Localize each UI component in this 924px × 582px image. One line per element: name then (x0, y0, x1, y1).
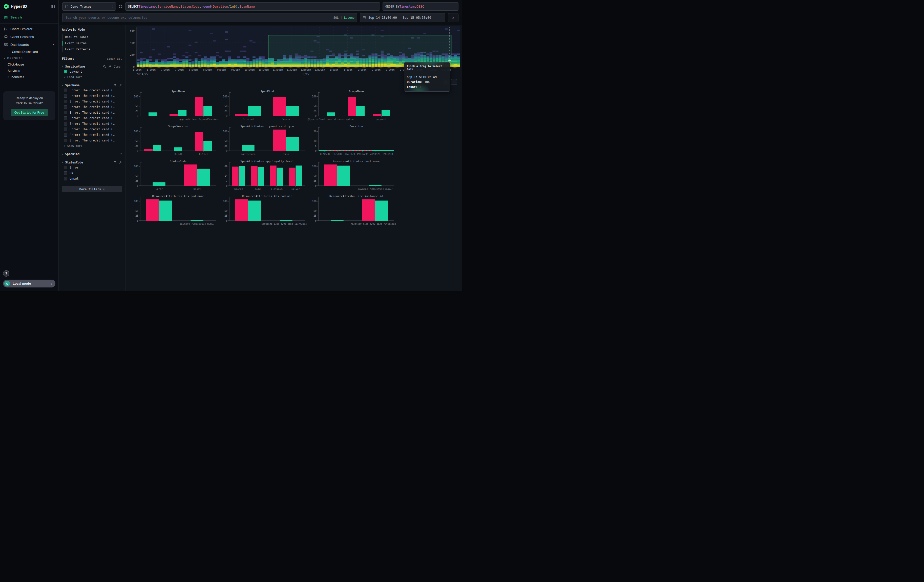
sidebar-item-kubernetes[interactable]: Kubernetes (0, 74, 58, 80)
time-range-picker[interactable]: Sep 14 18:00:00 - Sep 15 05:30:00 (360, 13, 445, 22)
hyperdx-logo-icon (3, 4, 9, 9)
local-mode-button[interactable]: U Local mode › (3, 280, 55, 287)
checkbox-icon[interactable] (64, 100, 67, 103)
checkbox-checked-icon[interactable]: ✓ (64, 70, 67, 73)
svg-text:Server: Server (282, 118, 291, 120)
filter-option[interactable]: Ok (62, 170, 122, 176)
search-input[interactable] (65, 15, 332, 20)
next-page-button[interactable]: › (451, 79, 457, 85)
sidebar: HyperDX Search Chart Explorer Client Ses… (0, 0, 59, 291)
filter-option[interactable]: Error: The credit card (… (62, 138, 122, 143)
create-dashboard-button[interactable]: + Create Dashboard (0, 49, 58, 55)
checkbox-icon[interactable] (64, 171, 67, 175)
heatmap-panel: 02004006006:00pm6:30pm7:00pm7:30pm8:00pm… (127, 26, 462, 89)
filter-group-name[interactable]: ServiceName (65, 65, 85, 68)
show-more-button[interactable]: › Show more (62, 143, 122, 148)
checkbox-icon[interactable] (64, 127, 67, 131)
pin-icon[interactable] (119, 153, 122, 156)
calendar-icon (363, 16, 366, 20)
svg-text:f5344ec9-a1ea-4290-a62a-78f5be: f5344ec9-a1ea-4290-a62a-78f5bee8d90b (350, 223, 396, 225)
mini-bar-chart[interactable]: StatusCode02550100ErrorUnset (129, 159, 218, 194)
source-select[interactable]: Demo Traces ⌃⌄ (62, 2, 116, 11)
pin-icon[interactable] (119, 84, 122, 87)
sidebar-item-services[interactable]: Services (0, 68, 58, 74)
filter-option[interactable]: Error: The credit card (… (62, 110, 122, 115)
mini-bar-chart[interactable]: ResourceAttribu..ice.instance.id02550100… (307, 194, 396, 229)
chevron-down-icon[interactable]: ∨ (62, 84, 63, 87)
more-filters-button[interactable]: More filters ∨ (62, 186, 122, 192)
filter-option[interactable]: Unset (62, 176, 122, 181)
chevron-down-icon[interactable]: ∨ (62, 65, 63, 68)
checkbox-icon[interactable] (64, 138, 67, 142)
mini-bar-chart[interactable]: SpanAttributes.app.loyalty.level071428br… (218, 159, 307, 194)
order-by-input[interactable]: ORDER BY Timestamp DESC (383, 2, 459, 11)
filter-option[interactable]: Error (62, 165, 122, 170)
mini-bar-chart[interactable]: ResourceAttributes.host.name02550100paym… (307, 159, 396, 194)
filter-option[interactable]: Error: The credit card (… (62, 104, 122, 110)
analysis-mode-option[interactable]: Event Deltas (63, 40, 122, 46)
checkbox-icon[interactable] (64, 177, 67, 180)
pin-icon[interactable] (108, 65, 111, 68)
mini-bar-chart[interactable]: ScopeName02550100@hyperdx/instrumentatio… (307, 89, 396, 124)
sidebar-item-chart-explorer[interactable]: Chart Explorer (0, 25, 58, 33)
clear-filter-button[interactable]: Clear (114, 65, 122, 68)
mini-bar-chart[interactable]: SpanAttributes...yment.card_type02550100… (218, 124, 307, 159)
checkbox-icon[interactable] (64, 166, 67, 169)
filter-option[interactable]: Error: The credit card (… (62, 99, 122, 104)
load-more-button[interactable]: › Load more (62, 74, 122, 79)
select-query-input[interactable]: SELECT Timestamp, ServiceName, StatusCod… (125, 2, 380, 11)
pin-icon[interactable] (119, 161, 122, 164)
svg-text:SpanName: SpanName (172, 90, 185, 93)
svg-text:payment-7985c8969c-mwmw7: payment-7985c8969c-mwmw7 (180, 223, 214, 225)
mini-bar-chart[interactable]: ResourceAttributes.k8s.pod.name02550100p… (129, 194, 218, 229)
collapse-sidebar-icon[interactable] (51, 5, 55, 8)
filter-option[interactable]: ✓payment (62, 69, 122, 74)
lucene-mode-toggle[interactable]: Lucene (344, 16, 355, 20)
sql-mode-toggle[interactable]: SQL (333, 16, 339, 20)
svg-text:3:00am: 3:00am (386, 68, 395, 71)
mini-bar-chart[interactable]: SpanName02550100grpc.oteldemo.PaymentSer… (129, 89, 218, 124)
help-button[interactable]: ? (3, 270, 9, 277)
chevron-right-icon[interactable]: › (62, 153, 63, 155)
gear-icon[interactable] (119, 4, 123, 8)
checkbox-icon[interactable] (64, 116, 67, 120)
checkbox-icon[interactable] (64, 122, 67, 125)
filter-option[interactable]: Error: The credit card (… (62, 93, 122, 99)
search-icon[interactable] (114, 84, 117, 87)
mini-bar-chart[interactable]: ScopeVersion025501000.1.00.51.1 (129, 124, 218, 159)
analysis-mode-option[interactable]: Results Table (63, 34, 122, 40)
filter-group-name[interactable]: SpanKind (65, 152, 79, 156)
search-icon[interactable] (114, 161, 117, 164)
search-bar: SQL | Lucene (62, 13, 357, 22)
svg-text:100: 100 (223, 130, 228, 133)
mini-bar-chart[interactable]: SpanKind02550100InternalServer (218, 89, 307, 124)
chevron-down-icon[interactable]: ∨ (62, 161, 63, 164)
checkbox-icon[interactable] (64, 94, 67, 98)
checkbox-icon[interactable] (64, 111, 67, 114)
sidebar-item-clickhouse[interactable]: ClickHouse (0, 61, 58, 68)
filter-option[interactable]: Error: The credit card (… (62, 132, 122, 138)
checkbox-icon[interactable] (64, 133, 67, 137)
analysis-mode-option[interactable]: Event Patterns (63, 46, 122, 53)
checkbox-icon[interactable] (64, 105, 67, 109)
filter-group-name[interactable]: SpanName (65, 84, 79, 87)
filter-option-label: Error: The credit card (… (69, 138, 115, 142)
heatmap-tooltip: Click & Drag to Select Data Sep 15 5:10:… (404, 62, 450, 92)
filter-group-name[interactable]: StatusCode (65, 161, 83, 164)
filter-option[interactable]: Error: The credit card (… (62, 115, 122, 121)
mini-bar-chart[interactable]: Duration05102011245381376801162107019935… (307, 124, 396, 159)
mini-bar-chart[interactable]: ResourceAttributes.k8s.pod.uid025501005e… (218, 194, 307, 229)
presets-toggle[interactable]: ∨ PRESETS (0, 55, 58, 61)
sidebar-item-dashboards[interactable]: Dashboards ∧ (0, 41, 58, 49)
sidebar-item-search[interactable]: Search (0, 13, 58, 21)
search-icon[interactable] (103, 65, 106, 68)
run-query-button[interactable]: ▷ (448, 13, 459, 22)
checkbox-icon[interactable] (64, 89, 67, 92)
svg-text:100: 100 (312, 165, 317, 168)
clear-all-button[interactable]: Clear all (107, 57, 122, 61)
filter-option[interactable]: Error: The credit card (… (62, 87, 122, 93)
sidebar-item-client-sessions[interactable]: Client Sessions (0, 33, 58, 41)
get-started-button[interactable]: Get Started for Free (11, 109, 48, 116)
filter-option[interactable]: Error: The credit card (… (62, 121, 122, 127)
filter-option[interactable]: Error: The credit card (… (62, 127, 122, 132)
